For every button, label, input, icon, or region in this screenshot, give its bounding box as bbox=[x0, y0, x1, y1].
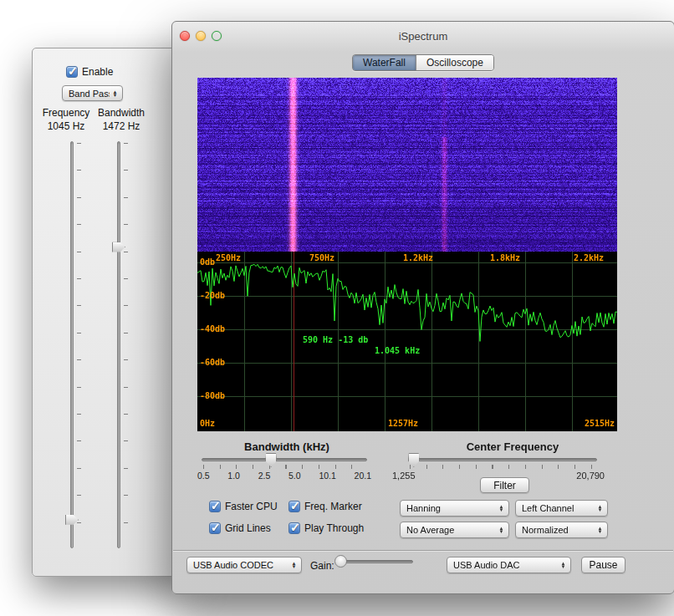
window-function-value: Hanning bbox=[406, 503, 496, 513]
bandwidth-khz-ticks bbox=[203, 465, 365, 469]
faster-cpu-checkbox[interactable]: Faster CPU bbox=[209, 501, 278, 512]
db-label-20: -20db bbox=[200, 291, 225, 300]
marker-readout: 590 Hz -13 db bbox=[303, 335, 368, 344]
gain-slider-track bbox=[336, 560, 413, 563]
enable-checkbox[interactable]: Enable bbox=[66, 66, 113, 78]
tab-waterfall[interactable]: WaterFall bbox=[353, 55, 416, 70]
play-through-checkbox[interactable]: Play Through bbox=[288, 522, 364, 534]
tick-1_0: 1.0 bbox=[227, 471, 240, 481]
bandwidth-tick-labels: 0.5 1.0 2.5 5.0 10.1 20.1 bbox=[197, 471, 371, 481]
faster-cpu-label: Faster CPU bbox=[225, 501, 278, 512]
freq-label-2_2k: 2.2kHz bbox=[574, 253, 604, 262]
freq-label-1_8k: 1.8kHz bbox=[490, 253, 520, 262]
pause-button[interactable]: Pause bbox=[581, 557, 625, 573]
center-frequency-ticks bbox=[410, 465, 595, 469]
freq-label-2515hz: 2515Hz bbox=[585, 419, 615, 428]
spectrum-panel: 0db -20db -40db -60db -80db 250Hz 750Hz … bbox=[197, 252, 617, 431]
input-device-value: USB Audio CODEC bbox=[193, 560, 288, 570]
normalization-value: Normalized bbox=[522, 525, 595, 535]
play-through-label: Play Through bbox=[304, 522, 364, 534]
gain-label: Gain: bbox=[310, 560, 334, 572]
output-device-dropdown[interactable]: USB Audio DAC bbox=[447, 557, 571, 573]
freq-label-1_2k: 1.2kHz bbox=[403, 253, 433, 262]
normalization-dropdown[interactable]: Normalized bbox=[515, 522, 608, 538]
bandwidth-khz-track bbox=[202, 458, 367, 461]
popup-arrows-icon bbox=[288, 562, 299, 568]
freq-label-0hz: 0Hz bbox=[200, 419, 215, 428]
waterfall-canvas bbox=[197, 78, 617, 252]
db-label-60: -60db bbox=[200, 358, 225, 367]
channel-value: Left Channel bbox=[522, 503, 595, 513]
ispectrum-window: iSpectrum WaterFall Oscilloscope 0db -20… bbox=[171, 21, 674, 594]
bandwidth-slider-ticks bbox=[124, 143, 128, 547]
center-freq-min: 1,255 bbox=[392, 471, 416, 481]
center-freq-max: 20,790 bbox=[576, 471, 605, 481]
frequency-slider-ticks bbox=[77, 143, 81, 547]
window-function-dropdown[interactable]: Hanning bbox=[400, 500, 509, 517]
display-area: 0db -20db -40db -60db -80db 250Hz 750Hz … bbox=[197, 78, 617, 431]
grid-lines-box[interactable] bbox=[209, 522, 221, 534]
bandwidth-slider-vertical[interactable] bbox=[112, 141, 129, 548]
freq-marker-label: Freq. Marker bbox=[304, 501, 362, 512]
filter-button[interactable]: Filter bbox=[480, 477, 529, 493]
view-tabs: WaterFall Oscilloscope bbox=[352, 54, 494, 71]
center-frequency-label: Center Frequency bbox=[429, 440, 596, 453]
bottom-bar-separator bbox=[173, 550, 673, 551]
input-device-dropdown[interactable]: USB Audio CODEC bbox=[186, 557, 302, 573]
tick-2_5: 2.5 bbox=[258, 471, 271, 481]
frequency-slider[interactable] bbox=[65, 141, 82, 548]
faster-cpu-box[interactable] bbox=[209, 501, 221, 512]
frequency-slider-track bbox=[70, 141, 74, 548]
bandwidth-slider-label: Bandwidth (kHz) bbox=[203, 440, 370, 453]
popup-arrows-icon bbox=[595, 527, 605, 533]
center-readout: 1.045 kHz bbox=[375, 346, 420, 355]
bandwidth-khz-slider[interactable] bbox=[202, 453, 367, 471]
tab-oscilloscope[interactable]: Oscilloscope bbox=[416, 55, 493, 70]
db-label-80: -80db bbox=[200, 391, 225, 400]
tick-20_1: 20.1 bbox=[355, 471, 371, 481]
popup-arrows-icon bbox=[496, 527, 507, 533]
center-frequency-slider[interactable] bbox=[408, 453, 597, 471]
enable-checkbox-label: Enable bbox=[82, 66, 113, 78]
bandwidth-slider-track bbox=[117, 141, 120, 548]
gain-slider[interactable] bbox=[336, 555, 413, 573]
db-label-0: 0db bbox=[200, 257, 215, 267]
popup-arrows-icon bbox=[595, 505, 605, 512]
freq-label-750: 750Hz bbox=[309, 253, 334, 262]
tick-5_0: 5.0 bbox=[288, 471, 301, 481]
window-title: iSpectrum bbox=[172, 30, 674, 43]
bandwidth-label: Bandwidth bbox=[94, 107, 148, 119]
bandwidth-value: 1472 Hz bbox=[94, 120, 148, 132]
averaging-dropdown[interactable]: No Average bbox=[400, 522, 509, 538]
enable-checkbox-box[interactable] bbox=[66, 66, 78, 78]
freq-marker-box[interactable] bbox=[288, 501, 300, 512]
tick-0_5: 0.5 bbox=[197, 471, 210, 481]
play-through-box[interactable] bbox=[288, 522, 300, 534]
filter-type-value: Band Pass bbox=[69, 89, 110, 99]
popup-arrows-icon bbox=[558, 562, 569, 568]
tick-10_1: 10.1 bbox=[319, 471, 335, 481]
averaging-value: No Average bbox=[406, 525, 496, 535]
spectrum-canvas bbox=[197, 252, 617, 431]
channel-dropdown[interactable]: Left Channel bbox=[515, 500, 608, 517]
center-frequency-track bbox=[408, 458, 597, 461]
freq-label-1257hz: 1257Hz bbox=[388, 419, 418, 428]
filter-type-dropdown[interactable]: Band Pass bbox=[62, 85, 123, 101]
grid-lines-checkbox[interactable]: Grid Lines bbox=[209, 522, 271, 534]
frequency-label: Frequency bbox=[39, 107, 93, 119]
frequency-value: 1045 Hz bbox=[39, 120, 93, 132]
popup-arrows-icon bbox=[110, 90, 120, 97]
freq-marker-checkbox[interactable]: Freq. Marker bbox=[288, 501, 362, 512]
freq-label-250: 250Hz bbox=[216, 253, 241, 262]
filter-panel-window: Enable Band Pass Frequency Bandwidth 104… bbox=[32, 48, 191, 577]
output-device-value: USB Audio DAC bbox=[453, 560, 558, 570]
grid-lines-label: Grid Lines bbox=[225, 522, 271, 534]
popup-arrows-icon bbox=[496, 505, 507, 512]
gain-slider-thumb[interactable] bbox=[334, 555, 347, 568]
db-label-40: -40db bbox=[200, 324, 225, 333]
